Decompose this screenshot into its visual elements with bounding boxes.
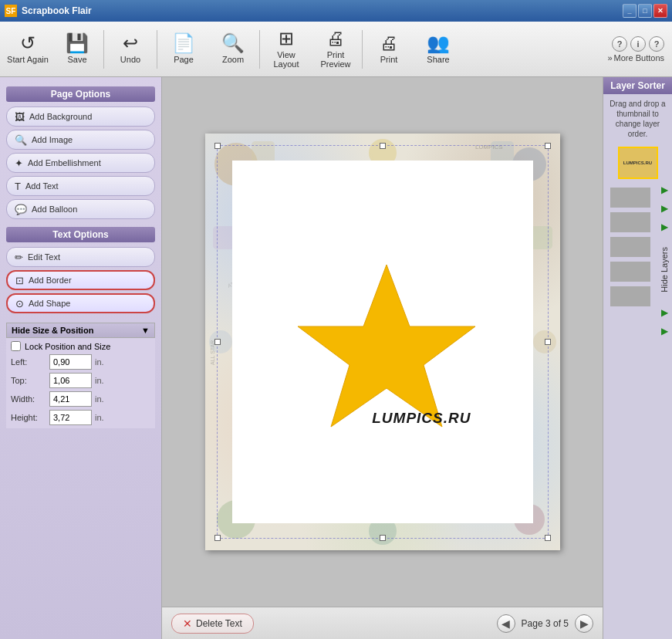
save-icon: 💾: [66, 34, 89, 52]
bottom-bar: ✕ Delete Text ◀ Page 3 of 5 ▶: [162, 607, 603, 639]
layer-slot-5[interactable]: [610, 286, 650, 306]
save-button[interactable]: 💾 Save: [52, 25, 102, 74]
top-label: Top:: [11, 376, 49, 385]
top-input[interactable]: [49, 373, 92, 388]
help-button-1[interactable]: ?: [612, 36, 627, 52]
toolbar-divider-4: [362, 30, 363, 69]
print-preview-icon: 🖨: [326, 29, 345, 48]
undo-icon: ↩: [123, 34, 138, 52]
start-again-button[interactable]: ↺ Start Again: [3, 25, 52, 74]
canvas-background[interactable]: LUMPICS ALL STAR ATHLETIC SP LETIC SP LU…: [162, 77, 603, 607]
view-layout-button[interactable]: ⊞ View Layout: [262, 25, 311, 74]
info-button[interactable]: i: [630, 36, 646, 52]
page-navigation: ◀ Page 3 of 5 ▶: [497, 614, 593, 633]
share-button[interactable]: 👥 Share: [414, 25, 463, 74]
layer-arrow-3[interactable]: ▶: [661, 222, 668, 232]
main-layout: Page Options 🖼 Add Background 🔍 Add Imag…: [0, 77, 672, 639]
page-canvas[interactable]: LUMPICS ALL STAR ATHLETIC SP LETIC SP LU…: [205, 134, 560, 550]
add-balloon-button[interactable]: 💬 Add Balloon: [6, 199, 155, 219]
left-input[interactable]: [49, 354, 92, 370]
add-border-icon: ⊡: [15, 275, 24, 286]
share-icon: 👥: [427, 34, 450, 52]
add-embellishment-icon: ✦: [15, 157, 23, 169]
more-buttons-area: ? i ? More Buttons: [607, 36, 669, 63]
left-panel: Page Options 🖼 Add Background 🔍 Add Imag…: [0, 77, 162, 639]
left-unit: in.: [95, 357, 104, 367]
add-shape-button[interactable]: ⊙ Add Shape: [6, 293, 155, 313]
layer-arrow-4[interactable]: ▶: [661, 308, 668, 317]
more-buttons-label[interactable]: More Buttons: [607, 53, 664, 63]
page-icon: 📄: [172, 34, 195, 52]
left-field-row: Left: in.: [6, 354, 155, 370]
add-image-button[interactable]: 🔍 Add Image: [6, 130, 155, 150]
left-label: Left:: [11, 357, 49, 367]
title-bar: SF Scrapbook Flair _ □ ✕: [0, 0, 672, 22]
next-page-button[interactable]: ▶: [575, 614, 593, 633]
layers-list: [603, 182, 657, 639]
star-container[interactable]: LUMPICS.RU: [294, 257, 471, 427]
edit-text-button[interactable]: ✏ Edit Text: [6, 247, 155, 267]
maximize-button[interactable]: □: [638, 4, 652, 18]
toolbar-divider-3: [259, 30, 260, 69]
minimize-button[interactable]: _: [623, 4, 637, 18]
width-input[interactable]: [49, 391, 92, 407]
close-button[interactable]: ✕: [653, 4, 667, 18]
size-position-toggle[interactable]: Hide Size & Position ▼: [6, 323, 155, 338]
width-label: Width:: [11, 394, 49, 404]
add-background-button[interactable]: 🖼 Add Background: [6, 106, 155, 127]
add-text-button[interactable]: T Add Text: [6, 176, 155, 196]
zoom-icon: 🔍: [221, 34, 245, 52]
text-options-header: Text Options: [6, 227, 155, 242]
toolbar: ↺ Start Again 💾 Save ↩ Undo 📄 Page 🔍 Zoo…: [0, 22, 672, 77]
layer-slot-4[interactable]: [610, 262, 650, 282]
top-field-row: Top: in.: [6, 373, 155, 388]
star-shape-svg: [294, 257, 479, 434]
lock-row: Lock Position and Size: [6, 338, 155, 354]
add-shape-icon: ⊙: [15, 298, 24, 309]
svg-point-7: [533, 330, 556, 353]
zoom-button[interactable]: 🔍 Zoom: [208, 25, 258, 74]
top-unit: in.: [95, 376, 104, 385]
help-button-2[interactable]: ?: [649, 36, 664, 52]
collapse-icon: ▼: [141, 326, 150, 335]
add-image-icon: 🔍: [15, 134, 27, 146]
svg-text:LUMPICS: LUMPICS: [475, 144, 503, 150]
layer-arrow-2[interactable]: ▶: [661, 204, 668, 213]
add-border-button[interactable]: ⊡ Add Border: [6, 270, 155, 290]
add-balloon-icon: 💬: [15, 204, 27, 215]
add-embellishment-button[interactable]: ✦ Add Embellishment: [6, 153, 155, 173]
layer-arrow-5[interactable]: ▶: [661, 326, 668, 336]
right-panel: Layer Sorter Drag and drop a thumbnail t…: [603, 77, 672, 639]
page-button[interactable]: 📄 Page: [159, 25, 208, 74]
print-preview-button[interactable]: 🖨 Print Preview: [311, 25, 360, 74]
window-controls: _ □ ✕: [623, 4, 667, 18]
lock-checkbox[interactable]: [11, 341, 21, 351]
prev-page-button[interactable]: ◀: [497, 614, 515, 633]
undo-button[interactable]: ↩ Undo: [106, 25, 155, 74]
width-unit: in.: [95, 394, 104, 404]
view-layout-icon: ⊞: [279, 29, 294, 48]
size-position-section: Hide Size & Position ▼ Lock Position and…: [6, 323, 155, 428]
canvas-label-text: LUMPICS.RU: [372, 410, 471, 427]
layer-thumbnail-1[interactable]: LUMPICS.RU: [618, 147, 658, 179]
add-text-icon: T: [15, 181, 21, 192]
width-field-row: Width: in.: [6, 391, 155, 407]
start-again-icon: ↺: [20, 34, 35, 52]
edit-text-icon: ✏: [15, 252, 23, 263]
layer-sorter-title: Layer Sorter: [603, 77, 672, 94]
delete-text-button[interactable]: ✕ Delete Text: [171, 614, 254, 634]
arrows-column: ▶ ▶ ▶ Hide Layers ▶ ▶: [657, 182, 672, 639]
layer-slot-2[interactable]: [610, 212, 650, 232]
page-options-header: Page Options: [6, 86, 155, 102]
canvas-area: LUMPICS ALL STAR ATHLETIC SP LETIC SP LU…: [162, 77, 603, 639]
height-input[interactable]: [49, 410, 92, 425]
hide-layers-label[interactable]: Hide Layers: [658, 241, 670, 299]
svg-text:ALL STAR: ALL STAR: [210, 340, 215, 365]
layer-slot-3[interactable]: [610, 237, 650, 257]
layer-slot-1[interactable]: [610, 188, 650, 208]
lock-label: Lock Position and Size: [25, 342, 110, 351]
layer-arrow-1[interactable]: ▶: [661, 185, 668, 194]
layers-content: ▶ ▶ ▶ Hide Layers ▶ ▶: [603, 182, 672, 639]
print-button[interactable]: 🖨 Print: [364, 25, 414, 74]
delete-icon: ✕: [183, 617, 192, 630]
